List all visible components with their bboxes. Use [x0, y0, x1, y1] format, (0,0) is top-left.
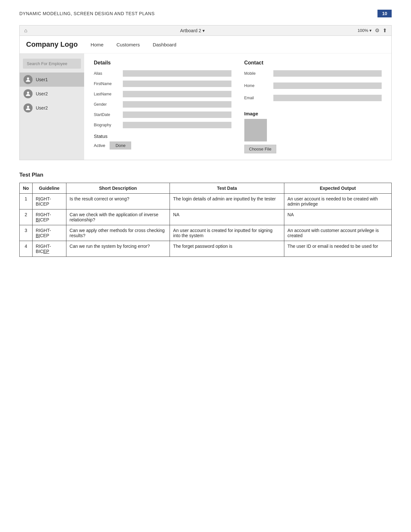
home-input[interactable]	[273, 82, 382, 89]
nav-customers[interactable]: Customers	[116, 42, 140, 47]
col-header-expected-output: Expected Output	[284, 183, 391, 194]
startdate-label: StartDate	[94, 112, 120, 117]
details-title: Details	[94, 60, 231, 66]
app-body: Search For Employee User1 User2	[20, 53, 391, 160]
test-plan-section: Test Plan No Guideline Short Description…	[19, 172, 392, 257]
contact-column: Contact Mobile Home Email	[244, 60, 382, 153]
user2-icon	[24, 89, 33, 98]
row2-guideline: RIGHT-BICEP	[32, 209, 66, 225]
gender-label: Gender	[94, 102, 120, 107]
col-header-guideline: Guideline	[32, 183, 66, 194]
biography-label: Biography	[94, 123, 120, 127]
row4-guideline: RIGHT-BICEP	[32, 241, 66, 257]
image-section: Image Choose File	[244, 111, 382, 153]
biography-input[interactable]	[123, 122, 231, 128]
zoom-control[interactable]: 100% ▾	[357, 28, 372, 33]
upload-icon[interactable]: ⬆	[383, 27, 387, 34]
artboard-toolbar: ⌂ Artboard 2 ▾ 100% ▾ ⚙ ⬆	[20, 25, 391, 36]
active-label: Active	[94, 143, 105, 148]
row3-test-data: An user account is created for inputted …	[170, 225, 284, 241]
gender-row: Gender	[94, 101, 231, 108]
image-placeholder	[244, 119, 267, 141]
row2-short-desc: Can we check with the application of inv…	[66, 209, 170, 225]
active-row: Active Done	[94, 141, 231, 150]
lastname-input[interactable]	[123, 91, 231, 97]
firstname-row: FirstName	[94, 81, 231, 87]
main-content: Details Alias FirstName LastName	[84, 53, 391, 160]
row3-expected-output: An account with customer account privile…	[284, 225, 391, 241]
email-label: Email	[244, 96, 270, 100]
col-header-short-desc: Short Description	[66, 183, 170, 194]
lastname-label: LastName	[94, 92, 120, 96]
startdate-row: StartDate	[94, 111, 231, 118]
status-section: Status Active Done	[94, 133, 231, 150]
lastname-row: LastName	[94, 91, 231, 97]
row2-no: 2	[20, 209, 33, 225]
contact-title: Contact	[244, 60, 382, 66]
mobile-input[interactable]	[273, 70, 382, 77]
row1-guideline: RIGHT-BICEP	[32, 194, 66, 209]
home-icon[interactable]: ⌂	[24, 28, 27, 34]
search-for-employee[interactable]: Search For Employee	[23, 59, 81, 69]
nav-dashboard[interactable]: Dashboard	[153, 42, 176, 47]
user1-icon	[24, 75, 33, 84]
page-header: DYNAMIC MODELLING, SCREEN DESIGN AND TES…	[19, 10, 392, 17]
firstname-label: FirstName	[94, 82, 120, 86]
home-row: Home	[244, 82, 382, 89]
svg-point-1	[27, 92, 29, 94]
row1-short-desc: Is the result correct or wrong?	[66, 194, 170, 209]
page-header-title: DYNAMIC MODELLING, SCREEN DESIGN AND TES…	[19, 11, 155, 16]
firstname-input[interactable]	[123, 81, 231, 87]
row1-test-data: The login details of admin are inputted …	[170, 194, 284, 209]
toolbar-right: 100% ▾ ⚙ ⬆	[357, 27, 387, 34]
app-mockup: Company Logo Home Customers Dashboard Se…	[20, 36, 391, 160]
row1-no: 1	[20, 194, 33, 209]
user2-label: User2	[36, 91, 48, 96]
row3-short-desc: Can we apply other methods for cross che…	[66, 225, 170, 241]
col-header-test-data: Test Data	[170, 183, 284, 194]
company-logo: Company Logo	[26, 40, 78, 49]
row2-expected-output: NA	[284, 209, 391, 225]
choose-file-button[interactable]: Choose File	[244, 145, 276, 153]
table-header-row: No Guideline Short Description Test Data…	[20, 183, 392, 194]
sidebar: Search For Employee User1 User2	[20, 53, 84, 160]
home-label: Home	[244, 83, 270, 88]
alias-row: Alias	[94, 70, 231, 77]
startdate-input[interactable]	[123, 111, 231, 118]
artboard-container: ⌂ Artboard 2 ▾ 100% ▾ ⚙ ⬆ Company Logo H…	[19, 25, 392, 160]
email-input[interactable]	[273, 95, 382, 101]
email-row: Email	[244, 95, 382, 101]
table-row: 4 RIGHT-BICEP Can we run the system by f…	[20, 241, 392, 257]
table-row: 2 RIGHT-BICEP Can we check with the appl…	[20, 209, 392, 225]
done-button[interactable]: Done	[110, 141, 131, 150]
alias-input[interactable]	[123, 70, 231, 77]
details-column: Details Alias FirstName LastName	[94, 60, 231, 153]
row4-test-data: The forget password option is	[170, 241, 284, 257]
image-title: Image	[244, 111, 382, 116]
biography-row: Biography	[94, 122, 231, 128]
sidebar-user3[interactable]: User2	[20, 101, 84, 115]
status-title: Status	[94, 133, 231, 139]
row4-no: 4	[20, 241, 33, 257]
mobile-label: Mobile	[244, 71, 270, 76]
gear-icon[interactable]: ⚙	[375, 27, 379, 34]
test-table: No Guideline Short Description Test Data…	[19, 183, 392, 257]
col-header-no: No	[20, 183, 33, 194]
nav-home[interactable]: Home	[91, 42, 103, 47]
row2-test-data: NA	[170, 209, 284, 225]
gender-input[interactable]	[123, 101, 231, 108]
user3-label: User2	[36, 105, 48, 111]
row4-short-desc: Can we run the system by forcing error?	[66, 241, 170, 257]
sidebar-user1[interactable]: User1	[20, 73, 84, 87]
row3-no: 3	[20, 225, 33, 241]
app-navbar: Company Logo Home Customers Dashboard	[20, 36, 391, 53]
row3-guideline: RIGHT-BICEP	[32, 225, 66, 241]
page-number: 10	[377, 10, 392, 17]
test-plan-title: Test Plan	[19, 172, 392, 178]
row4-expected-output: The user ID or email is needed to be use…	[284, 241, 391, 257]
table-row: 1 RIGHT-BICEP Is the result correct or w…	[20, 194, 392, 209]
mobile-row: Mobile	[244, 70, 382, 77]
nav-links: Home Customers Dashboard	[91, 42, 176, 47]
row1-expected-output: An user account is needed to be created …	[284, 194, 391, 209]
sidebar-user2[interactable]: User2	[20, 87, 84, 101]
